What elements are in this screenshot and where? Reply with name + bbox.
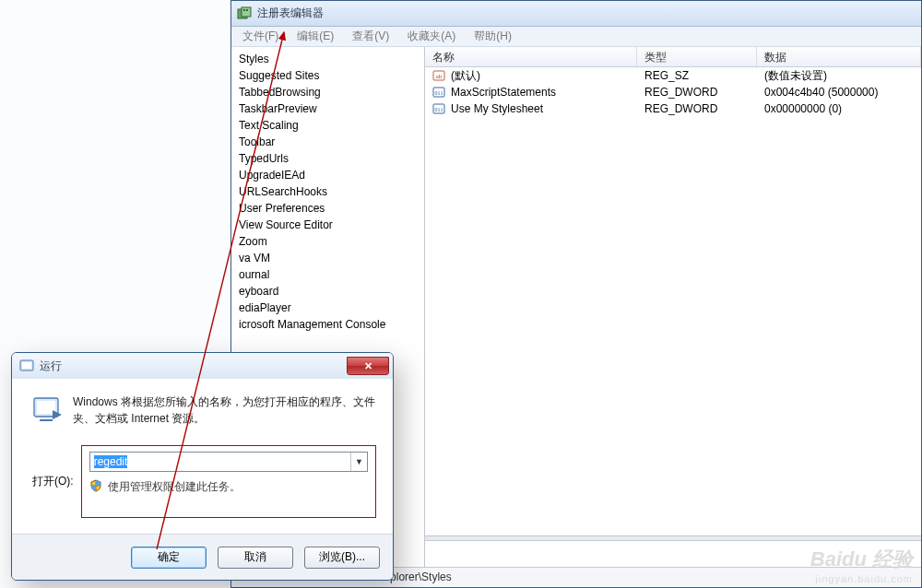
- menu-favorites[interactable]: 收藏夹(A): [404, 27, 459, 46]
- tree-item[interactable]: Toolbar: [231, 134, 424, 150]
- value-name: Use My Stylesheet: [451, 102, 543, 115]
- tree-item[interactable]: ediaPlayer: [231, 300, 424, 316]
- regedit-title: 注册表编辑器: [257, 6, 324, 21]
- browse-button[interactable]: 浏览(B)...: [304, 547, 380, 569]
- value-row[interactable]: ab(默认)REG_SZ(数值未设置): [425, 67, 921, 84]
- value-data: 0x00000000 (0): [757, 102, 921, 115]
- tree-item[interactable]: Zoom: [231, 233, 424, 250]
- value-name: (默认): [451, 68, 480, 84]
- tree-item[interactable]: TaskbarPreview: [231, 100, 424, 117]
- tree-item[interactable]: ournal: [231, 266, 424, 283]
- tree-item[interactable]: TypedUrls: [231, 150, 424, 167]
- col-type[interactable]: 类型: [637, 47, 757, 68]
- menu-file[interactable]: 文件(F): [239, 27, 282, 46]
- tree-item[interactable]: UpgradeIEAd: [231, 167, 424, 183]
- col-name[interactable]: 名称: [425, 47, 637, 68]
- run-body: Windows 将根据您所输入的名称，为您打开相应的程序、文件夹、文档或 Int…: [12, 379, 393, 534]
- open-highlight-box: ▼ 使用管理权限创建此任务。: [81, 445, 376, 518]
- value-data: (数值未设置): [757, 68, 921, 84]
- svg-rect-15: [40, 419, 53, 421]
- tree-item[interactable]: TabbedBrowsing: [231, 84, 424, 100]
- svg-rect-1: [242, 7, 251, 17]
- open-label: 打开(O):: [32, 474, 74, 489]
- value-row[interactable]: 011MaxScriptStatementsREG_DWORD0x004c4b4…: [425, 84, 921, 100]
- open-combobox[interactable]: ▼: [89, 452, 368, 472]
- string-value-icon: ab: [432, 69, 445, 82]
- run-footer: 确定 取消 浏览(B)...: [12, 534, 393, 580]
- tree-item[interactable]: URLSearchHooks: [231, 183, 424, 200]
- run-program-icon: [32, 394, 62, 423]
- svg-text:011: 011: [435, 107, 443, 112]
- col-data[interactable]: 数据: [757, 47, 921, 68]
- values-panel: 名称 类型 数据 ab(默认)REG_SZ(数值未设置)011MaxScript…: [425, 47, 921, 567]
- svg-rect-11: [22, 362, 31, 369]
- svg-rect-2: [243, 9, 245, 11]
- run-dialog: 运行 ✕ Windows 将根据您所输入的名称，为您打开相应的程序、文件夹、文档…: [11, 352, 394, 581]
- dword-value-icon: 011: [432, 102, 445, 115]
- value-type: REG_DWORD: [637, 86, 757, 99]
- run-description: Windows 将根据您所输入的名称，为您打开相应的程序、文件夹、文档或 Int…: [73, 394, 376, 427]
- svg-text:011: 011: [435, 90, 443, 96]
- values-header[interactable]: 名称 类型 数据: [425, 47, 921, 67]
- regedit-menubar: 文件(F) 编辑(E) 查看(V) 收藏夹(A) 帮助(H): [231, 27, 921, 47]
- tree-item[interactable]: va VM: [231, 250, 424, 266]
- menu-help[interactable]: 帮助(H): [470, 27, 515, 46]
- cancel-label: 取消: [244, 549, 266, 565]
- dropdown-icon[interactable]: ▼: [350, 453, 367, 471]
- run-titlebar[interactable]: 运行 ✕: [12, 353, 393, 379]
- shield-icon: [89, 479, 102, 495]
- tree-item[interactable]: eyboard: [231, 283, 424, 300]
- tree-item[interactable]: User Preferences: [231, 200, 424, 217]
- tree-item[interactable]: Styles: [231, 51, 424, 67]
- open-input[interactable]: [90, 453, 350, 471]
- value-type: REG_SZ: [637, 69, 757, 82]
- close-button[interactable]: ✕: [347, 357, 389, 375]
- run-title: 运行: [40, 359, 341, 374]
- value-type: REG_DWORD: [637, 102, 757, 115]
- value-row[interactable]: 011Use My StylesheetREG_DWORD0x00000000 …: [425, 100, 921, 117]
- value-data: 0x004c4b40 (5000000): [757, 86, 921, 99]
- regedit-app-icon: [237, 6, 252, 21]
- browse-label: 浏览(B)...: [319, 549, 365, 565]
- ok-label: 确定: [158, 549, 180, 565]
- ok-button[interactable]: 确定: [131, 547, 207, 569]
- tree-item[interactable]: View Source Editor: [231, 217, 424, 233]
- tree-item[interactable]: icrosoft Management Console: [231, 316, 424, 333]
- tree-item[interactable]: Text Scaling: [231, 117, 424, 134]
- menu-view[interactable]: 查看(V): [349, 27, 393, 46]
- cancel-button[interactable]: 取消: [218, 547, 293, 569]
- svg-rect-3: [246, 9, 248, 11]
- run-window-icon: [19, 359, 34, 373]
- dword-value-icon: 011: [432, 86, 445, 99]
- svg-text:ab: ab: [436, 73, 443, 80]
- shield-text: 使用管理权限创建此任务。: [108, 479, 241, 495]
- menu-edit[interactable]: 编辑(E): [293, 27, 337, 46]
- regedit-titlebar[interactable]: 注册表编辑器: [231, 1, 921, 27]
- close-icon: ✕: [364, 360, 372, 372]
- tree-item[interactable]: Suggested Sites: [231, 67, 424, 84]
- value-name: MaxScriptStatements: [451, 86, 556, 99]
- values-rows[interactable]: ab(默认)REG_SZ(数值未设置)011MaxScriptStatement…: [425, 67, 921, 535]
